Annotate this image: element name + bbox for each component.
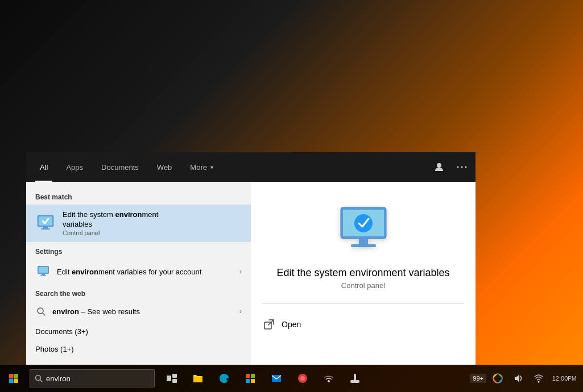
notification-badge[interactable]: 99+ <box>470 374 486 383</box>
best-match-title: Edit the system environmentvariables <box>63 210 242 230</box>
chevron-down-icon: ▾ <box>210 164 213 170</box>
edge-browser-button[interactable] <box>212 365 237 392</box>
result-divider <box>262 303 464 304</box>
svg-rect-11 <box>40 275 46 276</box>
svg-rect-28 <box>172 374 177 378</box>
best-match-item[interactable]: Edit the system environmentvariables Con… <box>26 205 251 242</box>
result-title: Edit the system environment variables <box>276 267 449 279</box>
left-panel: Best match Edit the system environmentva… <box>26 182 251 365</box>
taskbar-search-input[interactable] <box>46 374 143 383</box>
svg-point-18 <box>354 214 373 232</box>
svg-rect-27 <box>167 376 171 381</box>
search-menu: All Apps Documents Web More ▾ <box>26 152 476 365</box>
result-icon-area <box>335 205 392 258</box>
menu-tab-bar: All Apps Documents Web More ▾ <box>26 152 476 182</box>
wifi-icon[interactable] <box>530 365 548 392</box>
taskbar-search-bar[interactable] <box>30 369 155 387</box>
open-action[interactable]: Open <box>262 313 464 336</box>
svg-rect-35 <box>272 375 281 382</box>
chevron-right-icon: › <box>239 268 242 276</box>
svg-rect-17 <box>351 244 376 247</box>
right-panel: Edit the system environment variables Co… <box>251 182 476 365</box>
profile-icon[interactable] <box>430 158 448 176</box>
svg-rect-34 <box>251 379 255 383</box>
svg-rect-10 <box>42 274 45 275</box>
color-icon[interactable] <box>489 365 507 392</box>
open-label: Open <box>282 320 301 329</box>
photos-link[interactable]: Photos (1+) <box>26 340 251 358</box>
clock[interactable]: 12:00 PM <box>550 365 578 392</box>
tools-button[interactable] <box>342 365 367 392</box>
task-view-button[interactable] <box>159 365 184 392</box>
tab-apps[interactable]: Apps <box>57 152 92 182</box>
mail-button[interactable] <box>264 365 289 392</box>
more-options-icon[interactable] <box>453 158 471 176</box>
svg-rect-22 <box>14 374 19 378</box>
best-match-subtitle: Control panel <box>63 230 242 236</box>
taskbar-search-icon <box>35 374 43 382</box>
svg-rect-5 <box>39 216 52 226</box>
control-panel-icon <box>35 213 56 233</box>
tab-documents[interactable]: Documents <box>92 152 148 182</box>
start-button[interactable] <box>0 365 27 392</box>
tab-more[interactable]: More ▾ <box>181 152 222 182</box>
tab-all[interactable]: All <box>31 152 57 182</box>
systray: 99+ <box>470 365 583 392</box>
svg-rect-9 <box>39 267 48 273</box>
svg-line-13 <box>43 313 45 315</box>
svg-rect-24 <box>14 379 19 383</box>
network-button[interactable] <box>316 365 341 392</box>
settings-env-item[interactable]: Edit environment variables for your acco… <box>26 258 251 285</box>
svg-rect-39 <box>354 374 356 381</box>
best-match-label: Best match <box>26 189 251 203</box>
svg-rect-40 <box>350 380 359 383</box>
svg-rect-32 <box>251 374 255 378</box>
svg-rect-31 <box>246 374 250 378</box>
svg-point-2 <box>461 166 463 168</box>
svg-rect-7 <box>41 228 50 230</box>
web-search-item[interactable]: environ – See web results › <box>26 300 251 323</box>
taskbar: 99+ <box>0 365 583 392</box>
result-subtitle: Control panel <box>341 281 385 290</box>
store-button[interactable] <box>238 365 263 392</box>
tab-actions <box>430 158 471 176</box>
svg-rect-21 <box>9 374 14 378</box>
svg-point-0 <box>437 163 441 168</box>
search-icon <box>35 306 47 317</box>
web-search-text: environ – See web results <box>52 307 234 316</box>
svg-rect-23 <box>9 379 14 383</box>
svg-point-3 <box>465 166 467 168</box>
svg-point-38 <box>328 380 330 382</box>
svg-rect-30 <box>193 377 202 382</box>
web-search-chevron: › <box>239 307 242 315</box>
menu-content: Best match Edit the system environmentva… <box>26 182 476 365</box>
speaker-icon[interactable] <box>509 365 527 392</box>
best-match-text: Edit the system environmentvariables Con… <box>63 210 242 236</box>
svg-point-37 <box>300 376 305 381</box>
file-explorer-button[interactable] <box>185 365 210 392</box>
settings-item-text: Edit environment variables for your acco… <box>57 268 234 276</box>
open-icon <box>262 318 276 331</box>
settings-section-label: Settings <box>26 243 251 258</box>
settings-icon <box>35 264 51 280</box>
svg-point-1 <box>457 166 459 168</box>
svg-rect-16 <box>359 239 368 244</box>
svg-point-42 <box>538 381 540 383</box>
web-search-section-label: Search the web <box>26 285 251 300</box>
svg-rect-33 <box>246 379 250 383</box>
taskbar-icons <box>159 365 367 392</box>
svg-rect-29 <box>172 379 177 383</box>
svg-line-26 <box>40 380 43 382</box>
documents-link[interactable]: Documents (3+) <box>26 323 251 340</box>
browser-button[interactable] <box>290 365 315 392</box>
tab-web[interactable]: Web <box>148 152 181 182</box>
svg-rect-6 <box>43 227 48 228</box>
